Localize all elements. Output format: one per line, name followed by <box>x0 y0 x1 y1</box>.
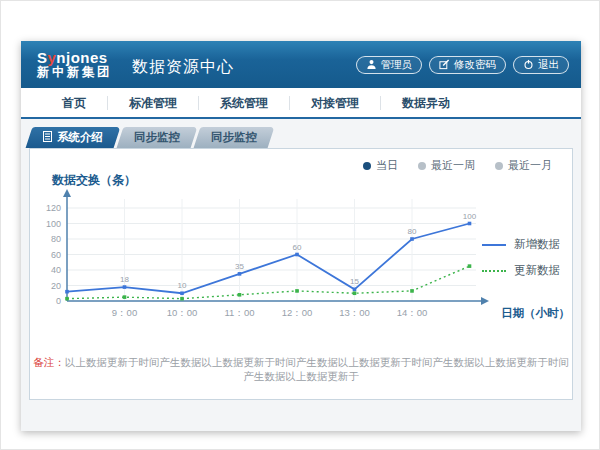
svg-text:10: 10 <box>178 281 187 290</box>
company-name: 新中新集团 <box>37 66 112 79</box>
svg-text:13：00: 13：00 <box>339 307 370 318</box>
nav-item-home[interactable]: 首页 <box>41 96 108 110</box>
tab-label: 系统介绍 <box>57 130 103 145</box>
nav-item-interface-mgmt[interactable]: 对接管理 <box>290 96 381 110</box>
svg-text:40: 40 <box>51 265 61 275</box>
data-point <box>468 222 472 226</box>
svg-text:80: 80 <box>51 234 61 244</box>
data-point <box>123 295 127 299</box>
data-point <box>353 291 357 295</box>
logo: Synjones 新中新集团 <box>37 50 112 80</box>
svg-text:14：00: 14：00 <box>397 307 428 318</box>
svg-text:60: 60 <box>51 250 61 260</box>
data-point <box>353 288 357 292</box>
filter-label: 最近一周 <box>431 158 475 173</box>
tab-label: 同步监控 <box>211 130 257 145</box>
data-point <box>295 253 299 257</box>
svg-text:60: 60 <box>293 243 302 252</box>
content-panel: 当日 最近一周 最近一月 数据交换（条） 0204060801001209：00… <box>29 148 573 400</box>
nav-item-data-change[interactable]: 数据异动 <box>381 96 471 110</box>
svg-text:20: 20 <box>51 281 61 291</box>
footnote-text: 以上数据更新于时间产生数据以上数据更新于时间产生数据以上数据更新于时间产生数据以… <box>65 356 569 382</box>
data-point <box>180 297 184 301</box>
data-point <box>238 293 242 297</box>
data-point <box>65 290 69 294</box>
user-icon <box>366 59 377 70</box>
svg-text:100: 100 <box>46 219 61 229</box>
data-point <box>123 285 127 289</box>
page-background: Synjones 新中新集团 数据资源中心 管理员 修改密码 退出 <box>0 0 600 450</box>
change-password-label: 修改密码 <box>454 58 496 72</box>
data-point <box>238 272 242 276</box>
legend-item-updated-data: 更新数据 <box>482 263 560 278</box>
nav-item-standard-mgmt[interactable]: 标准管理 <box>108 96 199 110</box>
change-password-button[interactable]: 修改密码 <box>429 56 506 74</box>
logout-label: 退出 <box>538 58 559 72</box>
brand-logo: Synjones <box>37 50 112 66</box>
svg-text:0: 0 <box>56 296 61 306</box>
app-header: Synjones 新中新集团 数据资源中心 管理员 修改密码 退出 <box>21 41 581 88</box>
user-area: 管理员 修改密码 退出 <box>356 56 570 74</box>
filter-today[interactable]: 当日 <box>363 158 398 173</box>
legend-label: 新增数据 <box>514 237 560 252</box>
data-point <box>65 297 69 301</box>
svg-text:18: 18 <box>120 275 129 284</box>
svg-text:120: 120 <box>46 203 61 213</box>
data-point <box>410 289 414 293</box>
power-icon <box>523 59 534 70</box>
filter-label: 当日 <box>376 158 398 173</box>
app-window: Synjones 新中新集团 数据资源中心 管理员 修改密码 退出 <box>21 41 581 431</box>
svg-text:80: 80 <box>408 227 417 236</box>
tab-sync-monitor-2[interactable]: 同步监控 <box>194 127 275 148</box>
tab-label: 同步监控 <box>134 130 180 145</box>
main-nav: 首页 标准管理 系统管理 对接管理 数据异动 <box>21 88 581 119</box>
tab-system-intro[interactable]: 系统介绍 <box>26 127 121 148</box>
svg-text:12：00: 12：00 <box>282 307 313 318</box>
filter-label: 最近一月 <box>508 158 552 173</box>
time-range-filters: 当日 最近一周 最近一月 <box>363 158 552 173</box>
footnote-prefix: 备注： <box>33 356 65 368</box>
data-point <box>295 289 299 293</box>
svg-text:35: 35 <box>235 262 244 271</box>
filter-last-month[interactable]: 最近一月 <box>495 158 552 173</box>
current-user-label: 管理员 <box>381 58 413 72</box>
legend-item-new-data: 新增数据 <box>482 237 560 252</box>
solid-line-icon <box>482 244 506 246</box>
data-point <box>410 237 414 241</box>
y-axis-title: 数据交换（条） <box>52 172 136 189</box>
document-icon <box>43 131 52 144</box>
nav-item-system-mgmt[interactable]: 系统管理 <box>199 96 290 110</box>
footnote: 备注：以上数据更新于时间产生数据以上数据更新于时间产生数据以上数据更新于时间产生… <box>30 356 572 384</box>
svg-text:10：00: 10：00 <box>167 307 198 318</box>
radio-icon <box>363 162 371 170</box>
data-point <box>180 291 184 295</box>
svg-text:9：00: 9：00 <box>112 307 137 318</box>
chart-legend: 新增数据 更新数据 <box>482 237 560 278</box>
filter-last-week[interactable]: 最近一周 <box>418 158 475 173</box>
data-point <box>468 264 472 268</box>
legend-label: 更新数据 <box>514 263 560 278</box>
page-body: 系统介绍 同步监控 同步监控 当日 <box>21 119 581 429</box>
edit-icon <box>439 59 450 70</box>
svg-text:100: 100 <box>463 212 477 221</box>
dotted-line-icon <box>482 270 506 272</box>
svg-text:11：00: 11：00 <box>225 307 255 318</box>
app-title: 数据资源中心 <box>132 57 234 78</box>
current-user-button[interactable]: 管理员 <box>356 56 423 74</box>
radio-icon <box>418 162 426 170</box>
radio-icon <box>495 162 503 170</box>
svg-text:15: 15 <box>350 277 359 286</box>
logout-button[interactable]: 退出 <box>513 56 569 74</box>
tab-sync-monitor-1[interactable]: 同步监控 <box>117 127 198 148</box>
tab-bar: 系统介绍 同步监控 同步监控 <box>29 127 271 148</box>
svg-text:日期（小时）: 日期（小时） <box>501 306 570 320</box>
